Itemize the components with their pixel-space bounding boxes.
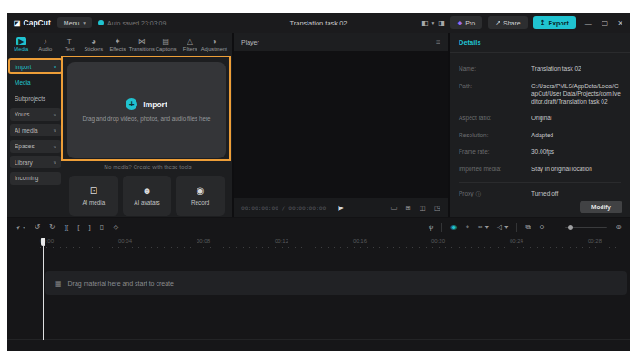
player-timecode: 00:00:00:00 / 00:00:00:00	[241, 205, 326, 211]
mute-track-icon[interactable]: ◁ ▾	[497, 224, 508, 231]
record-card[interactable]: ◉ Record	[176, 176, 225, 216]
zoom-slider-knob[interactable]	[568, 225, 573, 230]
tab-icon: △	[187, 37, 193, 46]
ruler-timestamp: 00:28	[588, 238, 630, 244]
voiceover-mic-icon[interactable]: ψ	[429, 224, 434, 231]
menu-button[interactable]: Menu ▾	[57, 17, 92, 28]
details-row: Frame rate: 30.00fps	[459, 148, 621, 157]
share-button[interactable]: ↗ Share	[488, 16, 528, 29]
ruler-timestamp: 00:24	[510, 238, 588, 244]
sidebar-item-import[interactable]: Import ∨	[10, 60, 61, 73]
zoom-out-icon[interactable]: −	[553, 224, 558, 231]
auto-preview-icon[interactable]: ⌖	[465, 224, 470, 231]
zoom-in-icon[interactable]: ⊕	[615, 224, 622, 231]
details-row-value: Translation task 02	[531, 66, 621, 74]
minimize-button[interactable]: —	[585, 19, 592, 27]
modify-button[interactable]: Modify	[580, 201, 622, 213]
delete-left-icon[interactable]: [	[77, 224, 79, 231]
tool-card-label: Record	[191, 199, 209, 206]
delete-icon[interactable]: ▯	[100, 224, 104, 231]
marker-icon[interactable]: ◇	[113, 224, 118, 231]
tab-audio[interactable]: ♪ Audio	[34, 37, 58, 53]
tab-captions[interactable]: ▤ Captions	[154, 37, 178, 53]
dropzone-hint-text: Drag and drop videos, photos, and audio …	[82, 116, 210, 122]
tab-transitions[interactable]: ⋈ Transitions	[130, 37, 155, 53]
zoom-fit-icon[interactable]: ⊞	[406, 204, 411, 212]
sidebar-item-ai-media[interactable]: AI media ∨	[10, 124, 61, 136]
toolbar-divider	[441, 223, 442, 232]
pro-button[interactable]: ◆ Pro	[450, 16, 482, 29]
details-row-list: Name: Translation task 02 Path: C:/Users…	[459, 66, 621, 173]
timeline-zoom-slider[interactable]	[565, 227, 607, 228]
close-button[interactable]: ✕	[617, 19, 623, 27]
tab-adjustment[interactable]: ◑ Adjustment	[202, 37, 227, 53]
maximize-button[interactable]: ▢	[602, 19, 609, 27]
sidebar-item-label: Spaces	[15, 143, 35, 149]
link-clips-icon[interactable]: ∞ ▾	[478, 224, 489, 231]
capcut-logo: ◪ CapCut	[14, 18, 51, 27]
sidebar-item-label: Incoming	[15, 175, 38, 181]
sidebar-item-label: Subprojects	[15, 96, 46, 102]
player-menu-icon[interactable]: ≡	[436, 37, 440, 46]
play-button[interactable]: ▶	[338, 204, 343, 212]
menu-button-label: Menu	[64, 20, 80, 26]
timeline-ruler[interactable]: 00:00 00:04 00:08 00:12 00:16 00:20 00:2…	[7, 237, 630, 249]
player-viewport[interactable]	[234, 51, 448, 198]
ruler-timestamp: 00:16	[353, 238, 431, 244]
export-button[interactable]: ↥ Export	[533, 16, 576, 29]
sidebar-item-subprojects[interactable]: Subprojects	[10, 92, 61, 105]
layout-panel-icon[interactable]: ◧	[421, 19, 429, 27]
timeline-toolbar-left: ➤ ▾ ↺ ↻ ][ [ ] ▯ ◇	[15, 224, 118, 231]
share-icon: ↗	[495, 19, 500, 26]
export-button-label: Export	[549, 20, 569, 26]
timeline-settings-icon[interactable]: ⊙	[539, 224, 545, 231]
tab-label: Media	[14, 46, 28, 52]
split-icon[interactable]: ][	[65, 224, 68, 231]
ruler-timestamp: 00:00	[40, 238, 118, 244]
project-title: Translation task 02	[289, 19, 347, 27]
details-row-label: Path:	[459, 83, 531, 106]
tab-text[interactable]: T Text	[57, 37, 82, 53]
import-dropzone[interactable]: + Import Drag and drop videos, photos, a…	[67, 62, 226, 158]
player-header: Player ≡	[234, 33, 448, 51]
redo-icon[interactable]: ↻	[49, 224, 56, 231]
sidebar-item-incoming[interactable]: Incoming	[10, 172, 61, 185]
magnetic-snap-icon[interactable]: ◉	[450, 224, 457, 231]
tab-stickers[interactable]: ◕ Stickers	[82, 37, 106, 53]
select-tool-icon[interactable]: ➤	[14, 223, 23, 232]
cover-icon[interactable]: ⧉	[525, 224, 531, 231]
details-row-label: Aspect ratio:	[459, 115, 531, 123]
track-hint-text: Drag material here and start to create	[68, 280, 174, 287]
undo-icon[interactable]: ↺	[34, 224, 40, 231]
layout-dropdown-icon[interactable]: ▾	[432, 20, 435, 25]
empty-track-lane[interactable]: ▦ Drag material here and start to create	[46, 271, 627, 295]
ai-media-card[interactable]: ⊡ AI media	[69, 176, 118, 216]
tab-label: Transitions	[129, 46, 155, 52]
tab-effects[interactable]: ✦ Effects	[106, 37, 130, 53]
import-button-label: Import	[143, 100, 167, 109]
ratio-icon[interactable]: ▭	[390, 204, 397, 212]
sidebar-item-media[interactable]: Media	[10, 76, 61, 89]
info-icon[interactable]: ⓘ	[475, 190, 481, 197]
timeline-toolbar-right: ψ ◉ ⌖ ∞ ▾ ◁ ▾ ⧉	[429, 223, 622, 232]
capcut-logo-text: CapCut	[24, 18, 51, 27]
delete-right-icon[interactable]: ]	[88, 224, 90, 231]
import-button[interactable]: + Import	[126, 98, 167, 110]
chevron-down-icon: ∨	[53, 144, 56, 149]
ai-avatars-card[interactable]: ☻ AI avatars	[123, 176, 172, 216]
sidebar-item-library[interactable]: Library ∨	[10, 156, 61, 168]
tab-filters[interactable]: △ Filters	[178, 37, 203, 53]
chevron-down-icon: ∨	[53, 112, 56, 117]
layout-panel-2-icon[interactable]: ◨	[438, 19, 445, 27]
export-icon: ↥	[541, 19, 546, 26]
tab-label: Text	[65, 46, 75, 52]
fullscreen-icon[interactable]: ◳	[434, 204, 440, 212]
details-panel: Details Name: Translation task 02 Path: …	[450, 33, 630, 217]
pro-diamond-icon: ◆	[458, 19, 462, 26]
sidebar-item-yours[interactable]: Yours ∨	[10, 108, 61, 121]
select-tool-dropdown-icon[interactable]: ▾	[23, 224, 25, 231]
split-screen-icon[interactable]: ◫	[420, 204, 426, 212]
sidebar-item-spaces[interactable]: Spaces ∨	[10, 140, 61, 153]
details-header: Details	[450, 33, 630, 53]
tab-media[interactable]: ▶ Media	[9, 37, 34, 53]
